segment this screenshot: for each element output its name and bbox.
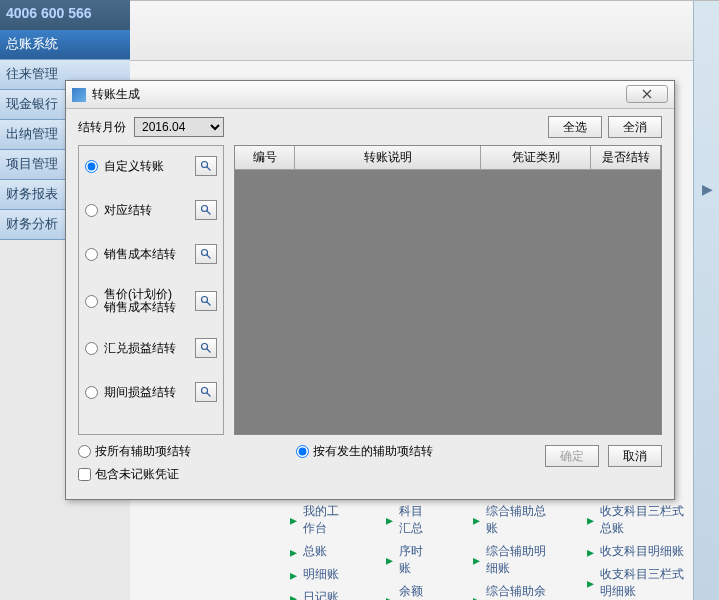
link-journal[interactable]: 日记账 [290, 589, 346, 600]
lookup-period-pl[interactable] [195, 382, 217, 402]
svg-point-6 [202, 297, 208, 303]
dialog-title-text: 转账生成 [92, 86, 140, 103]
lookup-price-plan[interactable] [195, 291, 217, 311]
radio-price-plan-label: 售价(计划价) 销售成本结转 [104, 288, 191, 314]
cancel-button[interactable]: 取消 [608, 445, 662, 467]
link-aux-balance[interactable]: 综合辅助余额表 [473, 583, 547, 600]
transfer-table: 编号 转账说明 凭证类别 是否结转 [234, 145, 662, 435]
col-description[interactable]: 转账说明 [295, 146, 481, 170]
link-chronological[interactable]: 序时账 [386, 543, 433, 577]
ok-button[interactable]: 确定 [545, 445, 599, 467]
dialog-titlebar: 转账生成 [66, 81, 674, 109]
sidebar-item-gl[interactable]: 总账系统 [0, 30, 130, 60]
svg-line-5 [207, 255, 211, 259]
radio-sales-cost[interactable] [85, 248, 98, 261]
select-all-button[interactable]: 全选 [548, 116, 602, 138]
col-is-transfer[interactable]: 是否结转 [591, 146, 661, 170]
link-subject-summary[interactable]: 科目汇总 [386, 503, 433, 537]
link-income-3col-gl[interactable]: 收支科目三栏式总账 [587, 503, 689, 537]
radio-period-pl-label: 期间损益结转 [104, 386, 191, 399]
table-header: 编号 转账说明 凭证类别 是否结转 [235, 146, 661, 170]
svg-point-2 [202, 206, 208, 212]
right-dock: ▶ [693, 1, 719, 600]
svg-point-8 [202, 344, 208, 350]
period-select[interactable]: 2016.04 [134, 117, 224, 137]
svg-point-10 [202, 388, 208, 394]
lookup-sales-cost[interactable] [195, 244, 217, 264]
search-icon [200, 160, 212, 172]
link-balance[interactable]: 余额表 [386, 583, 433, 600]
dock-arrow-icon[interactable]: ▶ [702, 181, 713, 197]
deselect-all-button[interactable]: 全消 [608, 116, 662, 138]
radio-all-aux-label: 按所有辅助项结转 [95, 443, 191, 460]
link-aux-detail[interactable]: 综合辅助明细账 [473, 543, 547, 577]
lookup-corresponding[interactable] [195, 200, 217, 220]
background-links: 我的工作台 总账 明细账 日记账 科目汇总 序时账 余额表 多栏账 综合辅助总账… [290, 503, 689, 600]
transfer-dialog: 转账生成 结转月份 2016.04 全选 全消 自定义转账 对应结转 [65, 80, 675, 500]
radio-corresponding-label: 对应结转 [104, 204, 191, 217]
svg-point-0 [202, 162, 208, 168]
radio-custom-transfer[interactable] [85, 160, 98, 173]
lookup-exchange[interactable] [195, 338, 217, 358]
col-voucher-type[interactable]: 凭证类别 [481, 146, 591, 170]
dialog-app-icon [72, 88, 86, 102]
check-include-unposted[interactable] [78, 468, 91, 481]
search-icon [200, 295, 212, 307]
svg-line-11 [207, 393, 211, 397]
radio-price-plan[interactable] [85, 295, 98, 308]
radio-corresponding[interactable] [85, 204, 98, 217]
radio-exchange[interactable] [85, 342, 98, 355]
link-income-3col-detail[interactable]: 收支科目三栏式明细账 [587, 566, 689, 600]
col-number[interactable]: 编号 [235, 146, 295, 170]
phone-bar: 4006 600 566 [0, 0, 130, 30]
link-gl[interactable]: 总账 [290, 543, 346, 560]
transfer-type-panel: 自定义转账 对应结转 销售成本结转 售价(计划价) 销售成本结转 汇兑损益结转 [78, 145, 224, 435]
search-icon [200, 248, 212, 260]
search-icon [200, 342, 212, 354]
svg-line-3 [207, 211, 211, 215]
svg-line-1 [207, 167, 211, 171]
link-workbench[interactable]: 我的工作台 [290, 503, 346, 537]
svg-line-9 [207, 349, 211, 353]
close-icon [642, 89, 652, 99]
check-include-unposted-label: 包含未记账凭证 [95, 466, 179, 483]
period-label: 结转月份 [78, 119, 126, 136]
lookup-custom-transfer[interactable] [195, 156, 217, 176]
svg-line-7 [207, 302, 211, 306]
link-aux-gl[interactable]: 综合辅助总账 [473, 503, 547, 537]
radio-period-pl[interactable] [85, 386, 98, 399]
radio-sales-cost-label: 销售成本结转 [104, 248, 191, 261]
close-button[interactable] [626, 85, 668, 103]
search-icon [200, 386, 212, 398]
table-body-empty [235, 170, 661, 434]
search-icon [200, 204, 212, 216]
link-detail[interactable]: 明细账 [290, 566, 346, 583]
link-income-detail[interactable]: 收支科目明细账 [587, 543, 689, 560]
radio-all-aux[interactable] [78, 445, 91, 458]
svg-point-4 [202, 250, 208, 256]
radio-custom-transfer-label: 自定义转账 [104, 160, 191, 173]
radio-occurred-aux[interactable] [296, 445, 309, 458]
radio-occurred-aux-label: 按有发生的辅助项结转 [313, 443, 433, 460]
radio-exchange-label: 汇兑损益结转 [104, 342, 191, 355]
